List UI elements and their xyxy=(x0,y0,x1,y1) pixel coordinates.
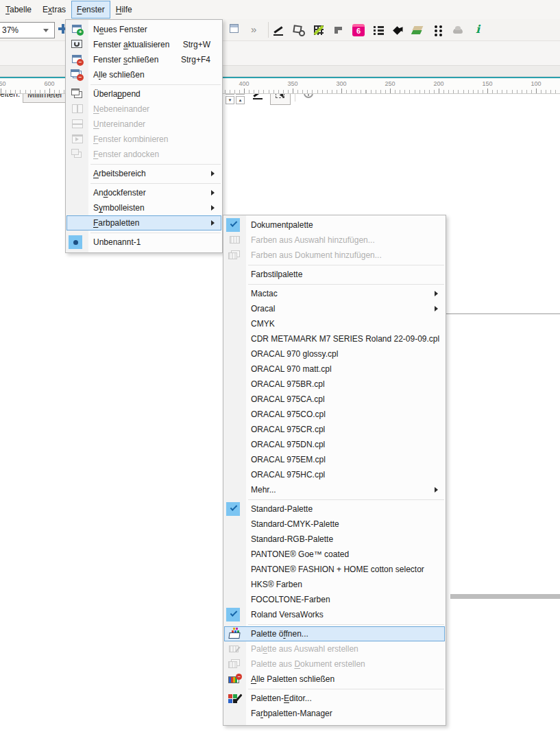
menu-item[interactable]: Farbpaletten-Manager xyxy=(224,706,445,721)
menu-item[interactable]: FOCOLTONE-Farben xyxy=(224,592,445,607)
menu-item-icon xyxy=(224,362,247,377)
menu-item[interactable]: Standard-CMYK-Palette xyxy=(224,517,445,532)
menu-item[interactable]: ORACAL 975CA.cpl xyxy=(224,392,445,407)
menu-item[interactable]: ORACAL 975DN.cpl xyxy=(224,437,445,452)
menu-item[interactable]: Dokumentpalette xyxy=(224,217,445,233)
menu-item[interactable]: Untereinander xyxy=(66,117,221,132)
submenu-arrow-icon xyxy=(211,205,217,211)
menu-item[interactable]: Fenster kombinieren xyxy=(66,132,221,147)
menu-item[interactable]: CDR METAMARK M7 SERIES Roland 22-09-09.c… xyxy=(224,331,445,346)
menu-item[interactable]: ORACAL 975HC.cpl xyxy=(224,467,445,482)
menubar-item[interactable]: Hilfe xyxy=(110,1,138,19)
menu-item-label: Nebeneinander xyxy=(89,104,149,114)
toolbar-button[interactable] xyxy=(472,23,484,38)
menu-item-icon xyxy=(66,215,89,230)
win-cascade-icon xyxy=(66,86,89,102)
menubar-item[interactable]: Tabelle xyxy=(0,1,37,19)
menu-item[interactable]: PANTONE® FASHION + HOME cotton selector xyxy=(224,562,445,577)
menu-item-icon xyxy=(224,437,247,452)
menu-item[interactable]: Arbeitsbereich xyxy=(66,166,221,181)
dot-matrix-icon xyxy=(432,24,444,36)
menu-item-icon xyxy=(224,577,247,592)
menu-separator xyxy=(248,689,444,689)
menu-item-icon xyxy=(66,200,89,215)
menu-item[interactable]: ORACAL 975BR.cpl xyxy=(224,377,445,392)
menu-item-label: Standard-Palette xyxy=(247,504,313,514)
menu-item[interactable]: Überlappend xyxy=(66,86,221,102)
layers-icon xyxy=(412,24,424,36)
menu-item[interactable]: ORACAL 975EM.cpl xyxy=(224,452,445,467)
menu-item-icon xyxy=(66,185,89,200)
menu-item[interactable]: Farbpaletten xyxy=(66,215,221,230)
menu-item[interactable]: Nebeneinander xyxy=(66,102,221,117)
toolbar-button[interactable] xyxy=(452,23,464,38)
win-tile-h-icon xyxy=(66,102,89,117)
menu-item[interactable]: PANTONE® Goe™ coated xyxy=(224,547,445,562)
menu-separator xyxy=(90,164,221,165)
menu-item[interactable]: Fenster andocken xyxy=(66,147,221,162)
menu-item-label: Unbenannt-1 xyxy=(89,237,141,247)
ruler-mark-label: 400 xyxy=(239,80,249,87)
menu-item-label: PANTONE® Goe™ coated xyxy=(247,549,349,559)
menu-item[interactable]: Farben aus Dokument hinzufügen... xyxy=(224,248,445,263)
doc-active-icon xyxy=(66,235,89,250)
menu-item-label: Mehr... xyxy=(247,485,276,495)
spinner-up-button[interactable]: ▴ xyxy=(236,96,245,104)
menu-item[interactable]: ORACAL 975CR.cpl xyxy=(224,422,445,437)
menu-item[interactable]: Neues Fenster xyxy=(66,22,221,37)
ruler-mark: 250 xyxy=(382,78,398,93)
menu-item-label: Farbpaletten xyxy=(89,218,139,228)
menu-item[interactable]: Fenster schließen Strg+F4 xyxy=(66,52,221,67)
menu-item[interactable]: Palette aus Auswahl erstellen xyxy=(224,641,445,656)
toolbar-button[interactable] xyxy=(432,23,444,38)
menu-item[interactable]: CMYK xyxy=(224,316,445,331)
menu-item-label: Fenster schließen xyxy=(89,55,158,64)
menubar-item[interactable]: Fenster xyxy=(71,1,110,19)
ruler-mark: 400 xyxy=(236,78,252,93)
menu-item[interactable]: ORACAL 975CO.cpl xyxy=(224,407,445,422)
toolbar-button[interactable] xyxy=(293,23,305,38)
menu-item[interactable]: Mehr... xyxy=(224,482,445,497)
menu-item[interactable]: Farben aus Auswahl hinzufügen... xyxy=(224,233,445,248)
menu-item[interactable]: Mactac xyxy=(224,286,445,301)
zoom-level-combobox[interactable]: 37% xyxy=(0,22,55,38)
menu-item[interactable]: ORACAL 970 matt.cpl xyxy=(224,362,445,377)
menu-item-icon xyxy=(224,377,247,392)
menu-item[interactable]: Palette öffnen... xyxy=(224,626,445,641)
menubar-item[interactable]: Extras xyxy=(37,1,71,19)
menu-item[interactable]: Unbenannt-1 xyxy=(66,235,221,250)
menu-item[interactable]: HKS® Farben xyxy=(224,577,445,592)
app-window: Tabelle Extras Fenster Hilfe 37% » xyxy=(0,0,560,734)
menu-item-icon xyxy=(224,407,247,422)
menu-item[interactable]: Fenster aktualisieren Strg+W xyxy=(66,37,221,52)
toolbar-button[interactable] xyxy=(412,23,424,38)
toolbar-button[interactable] xyxy=(352,23,365,38)
menu-item[interactable]: Alle Paletten schließen xyxy=(224,672,445,687)
menu-item[interactable]: Roland VersaWorks xyxy=(224,607,445,622)
ruler-mark-label: 250 xyxy=(385,80,395,87)
toolbar-overflow-button[interactable]: » xyxy=(251,22,256,37)
menu-item-icon xyxy=(224,482,247,497)
menu-item[interactable]: Symbolleisten xyxy=(66,200,221,215)
document-window-button[interactable] xyxy=(228,23,242,36)
menu-item[interactable]: ORACAL 970 glossy.cpl xyxy=(224,346,445,362)
ruler-mark: 100 xyxy=(528,78,544,93)
menu-item[interactable]: Standard-Palette xyxy=(224,501,445,517)
menu-item[interactable]: Palette aus Dokument erstellen xyxy=(224,656,445,672)
toolbar-button[interactable] xyxy=(273,23,285,38)
toolbar-button[interactable] xyxy=(372,23,385,38)
toolbar-button[interactable] xyxy=(392,23,404,38)
toolbar-button[interactable] xyxy=(332,23,345,38)
menu-item-label: Überlappend xyxy=(89,89,141,99)
menu-item[interactable]: Farbstilpalette xyxy=(224,267,445,282)
menu-item[interactable]: Standard-RGB-Palette xyxy=(224,532,445,547)
toolbar-button[interactable] xyxy=(313,23,325,38)
menu-item[interactable]: Paletten-Editor... xyxy=(224,691,445,706)
menu-item[interactable]: Oracal xyxy=(224,301,445,316)
menu-item[interactable]: Alle schließen xyxy=(66,67,221,82)
menu-item-label: Fenster andocken xyxy=(89,150,159,159)
menu-item[interactable]: Andockfenster xyxy=(66,185,221,200)
spinner-down-button[interactable]: ▾ xyxy=(226,96,234,104)
menu-item-shortcut: Strg+F4 xyxy=(181,55,221,64)
menu-item-label: CDR METAMARK M7 SERIES Roland 22-09-09.c… xyxy=(247,334,439,344)
